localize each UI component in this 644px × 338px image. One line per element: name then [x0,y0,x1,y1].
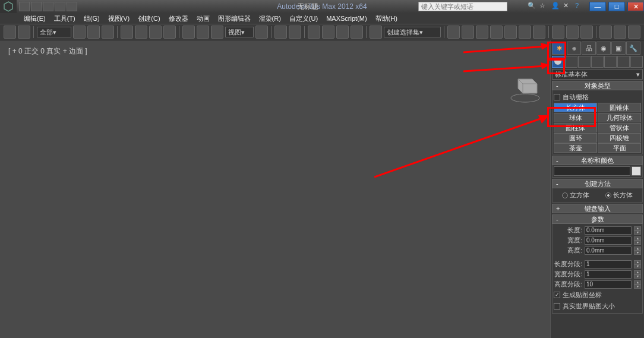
snap-angle-button[interactable] [322,26,334,39]
menu-tools[interactable]: 工具(T) [54,14,75,23]
teapot-b-button[interactable] [614,26,626,39]
unlink-button[interactable] [87,26,100,39]
undo-icon[interactable] [55,2,65,11]
select-object-button[interactable] [121,26,133,39]
graphite-button[interactable] [490,26,503,39]
auto-grid-checkbox[interactable] [554,94,560,100]
bind-spacewarp-button[interactable] [102,26,114,39]
tab-modify[interactable]: ⎈ [567,42,581,55]
height-up[interactable]: ▴ [634,247,641,251]
menu-maxscript[interactable]: MAXScript(M) [326,15,367,22]
length-down[interactable]: ▾ [634,230,641,235]
ref-coord-dropdown[interactable]: 视图 ▾ [225,27,254,37]
material-editor-button[interactable] [533,26,545,39]
link-button[interactable] [73,26,86,39]
height-down[interactable]: ▾ [634,251,641,255]
render-button[interactable] [580,26,593,39]
select-name-button[interactable] [135,26,147,39]
menu-graph-editors[interactable]: 图形编辑器 [218,14,251,23]
rollout-keyboard-entry[interactable]: +键盘输入 [552,204,643,213]
hsegs-down[interactable]: ▾ [634,285,641,289]
minimize-button[interactable]: — [589,2,606,11]
width-input[interactable]: 0.0mm [585,236,632,245]
geometry-button[interactable] [552,56,564,68]
tab-display[interactable]: ▣ [611,42,626,55]
view-cube[interactable] [506,67,544,105]
select-rotate-button[interactable] [197,26,209,39]
object-cylinder-button[interactable]: 圆柱体 [554,123,597,132]
systems-button[interactable] [630,56,643,68]
viewport-label[interactable]: [ + 0 正交 0 真实 + 边面 ] [8,46,87,56]
cameras-button[interactable] [591,56,604,68]
schematic-view-button[interactable] [519,26,531,39]
menu-animation[interactable]: 动画 [197,14,210,23]
menu-group[interactable]: 组(G) [84,14,100,23]
teapot-c-button[interactable] [628,26,640,39]
hsegs-input[interactable]: 10 [585,280,632,289]
search-input[interactable] [418,2,507,11]
tab-utilities[interactable]: 🔧 [626,42,640,55]
width-up[interactable]: ▴ [634,236,641,241]
helpers-button[interactable] [604,56,617,68]
width-down[interactable]: ▾ [634,241,641,245]
manipulate-button[interactable] [274,26,287,39]
spacewarps-button[interactable] [617,56,630,68]
rollout-object-type[interactable]: -对象类型 [552,81,643,90]
lsegs-input[interactable]: 1 [585,260,632,268]
rollout-name-color[interactable]: -名称和颜色 [552,156,643,165]
lsegs-up[interactable]: ▴ [634,260,641,264]
align-button[interactable] [462,26,474,39]
object-pyramid-button[interactable]: 四棱锥 [598,133,641,143]
rollout-parameters[interactable]: -参数 [552,214,643,224]
mirror-button[interactable] [447,26,460,39]
length-up[interactable]: ▴ [634,226,641,230]
keyboard-shortcut-button[interactable] [289,26,301,39]
menu-modifiers[interactable]: 修改器 [169,14,188,23]
lsegs-down[interactable]: ▾ [634,264,641,268]
wsegs-up[interactable]: ▴ [634,270,641,274]
gen-map-checkbox[interactable] [554,292,560,298]
open-icon[interactable] [31,2,42,11]
named-selection-dropdown[interactable]: 创建选择集 ▾ [384,27,441,37]
pivot-center-button[interactable] [255,26,268,39]
object-teapot-button[interactable]: 茶壶 [554,143,597,153]
object-color-swatch[interactable] [632,166,641,176]
binoculars-icon[interactable]: 🔍 [528,2,537,11]
height-input[interactable]: 0.0mm [585,247,632,255]
object-plane-button[interactable]: 平面 [598,143,641,153]
menu-customize[interactable]: 自定义(U) [289,14,318,23]
hsegs-up[interactable]: ▴ [634,280,641,285]
menu-create[interactable]: 创建(C) [138,14,160,23]
lights-button[interactable] [578,56,591,68]
radio-cube[interactable] [562,192,568,198]
edit-named-sel-button[interactable] [370,26,382,39]
curve-editor-button[interactable] [504,26,517,39]
select-region-button[interactable] [149,26,162,39]
menu-help[interactable]: 帮助(H) [375,14,397,23]
rollout-creation-method[interactable]: -创建方法 [552,179,643,188]
exchange-icon[interactable]: ✕ [563,2,573,11]
redo-button[interactable] [18,26,30,39]
maximize-button[interactable]: □ [608,2,625,11]
teapot-a-button[interactable] [599,26,612,39]
new-icon[interactable] [19,2,30,11]
wsegs-input[interactable]: 1 [585,270,632,279]
tab-create[interactable]: ✱ [552,42,566,55]
render-setup-button[interactable] [552,26,564,39]
selection-filter-dropdown[interactable]: 全部 ▾ [37,27,71,37]
menu-edit[interactable]: 编辑(E) [24,14,46,23]
signin-icon[interactable]: 👤 [551,2,561,11]
spinner-snap-button[interactable] [351,26,363,39]
object-box-button[interactable]: 长方体 [554,103,597,112]
category-dropdown[interactable]: 标准基本体▾ [552,69,643,80]
wsegs-down[interactable]: ▾ [634,274,641,279]
object-torus-button[interactable]: 圆环 [554,133,597,143]
shapes-button[interactable] [565,56,577,68]
undo-button[interactable] [4,26,16,39]
app-icon[interactable] [0,0,17,13]
menu-views[interactable]: 视图(V) [108,14,130,23]
snap-2d-button[interactable] [308,26,320,39]
window-crossing-button[interactable] [163,26,176,39]
object-tube-button[interactable]: 管状体 [598,123,641,132]
close-button[interactable]: ✕ [627,2,644,11]
